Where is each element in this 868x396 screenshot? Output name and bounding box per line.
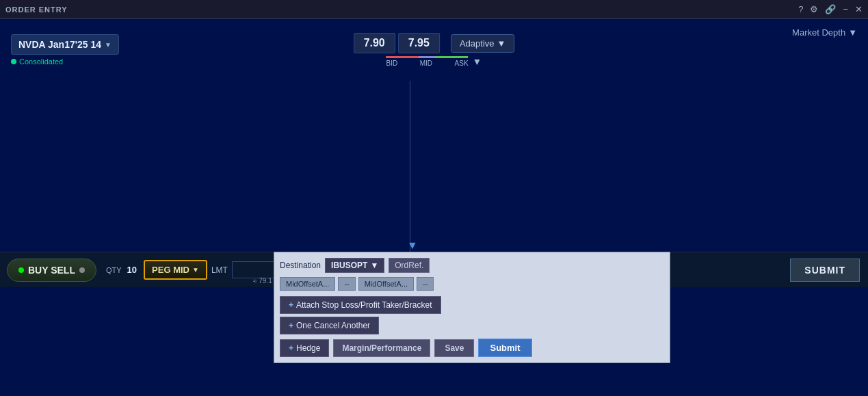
consolidated-label: Consolidated — [11, 57, 119, 66]
oca-plus-icon: + — [289, 321, 293, 330]
market-depth-label: Market Depth — [792, 27, 845, 38]
market-depth-chevron-icon: ▼ — [848, 27, 857, 38]
one-cancel-another-label: One Cancel Another — [296, 321, 370, 330]
market-depth-button[interactable]: Market Depth ▼ — [792, 27, 857, 38]
submit-label: SUBMIT — [804, 265, 845, 276]
symbol-chevron-icon: ▼ — [105, 41, 111, 49]
midoffset-b-label[interactable]: MidOffsetA... — [358, 277, 414, 291]
algo-button[interactable]: Adaptive ▼ — [451, 34, 514, 53]
midoffset-row: MidOffsetA... -- MidOffsetA... -- — [280, 277, 664, 291]
save-button[interactable]: Save — [434, 339, 474, 357]
destination-row: Destination IBUSOPT ▼ OrdRef. — [280, 258, 664, 273]
one-cancel-another-button[interactable]: + One Cancel Another — [280, 317, 379, 334]
destination-label: Destination — [280, 261, 321, 270]
bid-mid-ask-labels: BID MID ASK — [386, 60, 469, 67]
vertical-line — [410, 81, 410, 252]
panel-bottom-row: + Hedge Margin/Performance Save Submit — [280, 339, 664, 357]
lmt-label: LMT — [211, 265, 228, 275]
symbol-selector[interactable]: NVDA Jan17'25 14 ▼ — [11, 34, 119, 55]
bid-label: BID — [386, 60, 398, 67]
qty-label: QTY — [106, 266, 122, 274]
attach-plus-icon: + — [289, 300, 293, 310]
hedge-button[interactable]: + Hedge — [280, 339, 329, 357]
ask-label: ASK — [455, 60, 469, 67]
adaptive-label: Adaptive — [460, 38, 495, 49]
order-type-label: PEG MID — [152, 265, 189, 275]
sell-led-icon — [79, 267, 85, 273]
chart-area: ▼ — [0, 81, 868, 252]
save-label: Save — [445, 343, 464, 353]
price-area: 7.90 7.95 Adaptive ▼ BID MID ASK ▼ — [354, 33, 515, 67]
panel-submit-button[interactable]: Submit — [478, 339, 531, 357]
buy-sell-button[interactable]: BUY SELL — [7, 259, 96, 282]
title-bar: ORDER ENTRY ? ⚙ 🔗 − ✕ — [0, 0, 868, 19]
price-row: 7.90 7.95 Adaptive ▼ — [354, 33, 515, 53]
link-icon[interactable]: 🔗 — [825, 4, 836, 14]
algo-chevron-icon: ▼ — [497, 38, 506, 49]
margin-performance-label: Margin/Performance — [342, 343, 421, 353]
buy-led-icon — [18, 267, 24, 273]
mid-label: MID — [420, 60, 432, 67]
arrow-down-icon: ▼ — [407, 239, 418, 252]
order-type-button[interactable]: PEG MID ▼ — [144, 260, 207, 280]
bid-mid-ask-arrow-icon[interactable]: ▼ — [473, 56, 482, 67]
help-icon[interactable]: ? — [798, 4, 803, 14]
ask-price[interactable]: 7.95 — [398, 33, 440, 53]
bid-mid-ask-bar — [386, 56, 469, 58]
ordref-button[interactable]: OrdRef. — [389, 258, 430, 273]
destination-value: IBUSOPT — [331, 261, 367, 270]
consolidated-dot-icon — [11, 59, 16, 64]
midoffset-dash1: -- — [338, 277, 355, 291]
midoffset-dash2: -- — [417, 277, 434, 291]
buy-sell-label: BUY SELL — [28, 265, 75, 276]
minimize-icon[interactable]: − — [843, 4, 848, 14]
hedge-plus-icon: + — [289, 343, 293, 353]
app-title: ORDER ENTRY — [5, 5, 68, 14]
title-bar-controls: ? ⚙ 🔗 − ✕ — [798, 4, 863, 14]
header-area: NVDA Jan17'25 14 ▼ Consolidated 7.90 7.9… — [0, 19, 868, 81]
attach-stop-loss-button[interactable]: + Attach Stop Loss/Profit Taker/Bracket — [280, 296, 441, 314]
panel-submit-label: Submit — [490, 343, 520, 353]
destination-chevron-icon: ▼ — [370, 261, 378, 270]
hedge-label: Hedge — [296, 343, 320, 353]
advanced-panel: Destination IBUSOPT ▼ OrdRef. MidOffsetA… — [274, 252, 670, 363]
attach-stop-loss-label: Attach Stop Loss/Profit Taker/Bracket — [296, 300, 432, 310]
settings-icon[interactable]: ⚙ — [810, 4, 818, 14]
bid-price[interactable]: 7.90 — [354, 33, 395, 53]
submit-button[interactable]: SUBMIT — [790, 259, 860, 282]
destination-dropdown[interactable]: IBUSOPT ▼ — [325, 258, 384, 273]
margin-performance-button[interactable]: Margin/Performance — [333, 339, 430, 357]
ordref-label: OrdRef. — [395, 261, 423, 270]
bid-mid-ask-area: BID MID ASK ▼ — [386, 56, 482, 67]
order-type-chevron-icon: ▼ — [192, 266, 199, 274]
close-icon[interactable]: ✕ — [855, 4, 863, 14]
midoffset-a-label[interactable]: MidOffsetA... — [280, 277, 335, 291]
qty-value[interactable]: 10 — [127, 265, 137, 275]
symbol-label: NVDA Jan17'25 14 — [18, 39, 101, 50]
